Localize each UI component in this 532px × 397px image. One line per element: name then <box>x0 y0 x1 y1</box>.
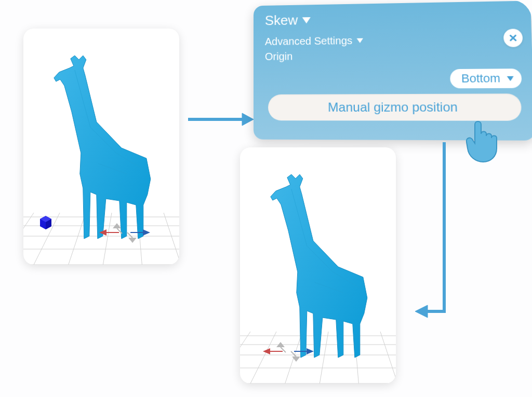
svg-marker-18 <box>99 229 107 236</box>
skew-gizmo[interactable] <box>96 220 153 246</box>
origin-dropdown-value: Bottom <box>461 72 500 86</box>
svg-line-25 <box>127 232 132 238</box>
svg-marker-50 <box>292 357 300 362</box>
arrow-to-result <box>413 140 455 327</box>
svg-marker-44 <box>263 348 270 354</box>
svg-marker-48 <box>276 342 285 347</box>
panel-title-row[interactable]: Skew <box>265 8 519 29</box>
svg-line-34 <box>240 332 250 384</box>
close-icon <box>508 33 518 43</box>
viewport-after <box>240 147 396 384</box>
svg-line-51 <box>291 351 296 357</box>
arrow-to-panel <box>186 109 254 130</box>
panel-title: Skew <box>265 12 298 29</box>
svg-marker-20 <box>143 229 150 236</box>
svg-marker-28 <box>415 305 428 318</box>
triangle-down-icon <box>507 76 514 80</box>
svg-marker-46 <box>307 348 314 354</box>
svg-marker-24 <box>128 238 137 243</box>
triangle-down-icon <box>302 17 310 23</box>
triangle-down-icon <box>356 38 363 43</box>
advanced-settings-label: Advanced Settings <box>265 35 353 48</box>
svg-line-5 <box>23 213 34 265</box>
close-button[interactable] <box>503 29 523 47</box>
svg-line-39 <box>380 332 396 384</box>
pointing-hand-icon <box>457 114 509 166</box>
viewport-before <box>23 29 179 265</box>
model-giraffe <box>49 49 163 247</box>
svg-marker-22 <box>113 223 121 228</box>
origin-label: Origin <box>265 48 520 63</box>
advanced-settings-row[interactable]: Advanced Settings <box>265 33 520 48</box>
svg-marker-27 <box>242 113 254 126</box>
skew-gizmo[interactable] <box>260 339 317 365</box>
manual-gizmo-label: Manual gizmo position <box>328 100 458 115</box>
svg-line-10 <box>164 213 179 265</box>
model-giraffe <box>265 168 380 365</box>
origin-dropdown[interactable]: Bottom <box>450 69 522 88</box>
